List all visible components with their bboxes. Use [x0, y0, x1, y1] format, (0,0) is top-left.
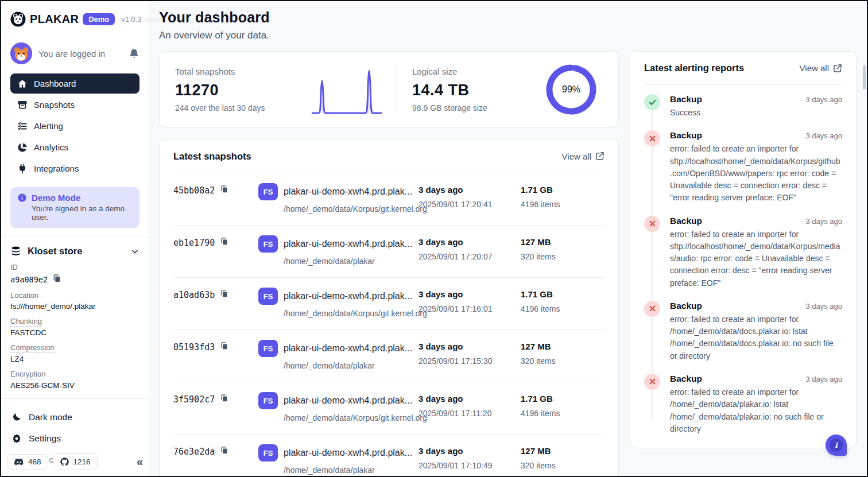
copy-icon[interactable] — [52, 274, 61, 285]
copy-icon[interactable] — [220, 289, 228, 300]
view-all-label: View all — [800, 63, 829, 73]
alert-age: 3 days ago — [805, 95, 842, 104]
demo-mode-notice: Demo Mode You're signed in as a demo use… — [10, 187, 140, 228]
github-badge[interactable]: 1216 — [53, 453, 98, 470]
store-location-value: fs:///home/_demo/.plakar — [10, 302, 140, 311]
scrollbar-thumb[interactable] — [863, 65, 866, 90]
avatar[interactable] — [10, 42, 32, 64]
external-link-icon — [595, 152, 604, 161]
kloset-store-title: Kloset store — [28, 246, 124, 257]
kloset-store-header[interactable]: Kloset store — [10, 246, 140, 257]
copy-icon[interactable] — [220, 342, 228, 352]
field-label: ID — [10, 263, 18, 272]
snapshot-id[interactable]: 76e3e2da — [173, 447, 215, 457]
alerts-timeline: Backup3 days ago Success Backup3 days ag… — [644, 85, 842, 435]
snapshot-id[interactable]: 05193fd3 — [173, 342, 215, 352]
snapshot-id[interactable]: 3f5902c7 — [173, 394, 215, 405]
dark-mode-toggle[interactable]: Dark mode — [10, 407, 140, 428]
error-x-icon — [644, 374, 660, 390]
alert-item[interactable]: Backup3 days ago error: failed to create… — [644, 130, 842, 204]
snapshots-view-all-link[interactable]: View all — [562, 152, 604, 161]
plakar-dashboard-window: PLAKAR Demo v1.0.3-devel You are logged … — [0, 0, 868, 477]
logical-size-label: Logical size — [412, 67, 537, 76]
snapshot-row[interactable]: 3f5902c7 FS plakar-ui-demo-xwh4.prd.plak… — [173, 382, 604, 434]
copy-icon[interactable] — [220, 185, 228, 196]
sidebar-item-integrations[interactable]: Integrations — [10, 158, 140, 179]
snapshot-row[interactable]: a10ad63b FS plakar-ui-demo-xwh4.prd.plak… — [173, 277, 604, 329]
alerts-card-title: Latest alerting reports — [644, 63, 744, 73]
alert-age: 3 days ago — [805, 217, 842, 226]
plakar-logo-icon — [10, 11, 26, 27]
sidebar-item-analytics[interactable]: Analytics — [10, 137, 140, 157]
sidebar-item-snapshots[interactable]: Snapshots — [10, 95, 140, 115]
dark-mode-label: Dark mode — [29, 412, 72, 422]
view-all-label: View all — [562, 152, 591, 161]
snapshot-path: /home/_demo/data/Korpus/git.kernel.org — [284, 204, 418, 214]
external-link-icon — [833, 64, 842, 73]
snapshot-id[interactable]: 45bb08a2 — [173, 185, 215, 196]
fs-type-badge[interactable]: FS — [258, 288, 278, 305]
snapshot-name[interactable]: plakar-ui-demo-xwh4.prd.plak... — [284, 291, 418, 301]
settings-label: Settings — [29, 433, 61, 444]
fs-type-badge[interactable]: FS — [258, 340, 278, 357]
latest-snapshots-card: Latest snapshots View all 45bb08a2 FS pl… — [159, 139, 619, 477]
bell-icon[interactable] — [129, 48, 140, 59]
fs-type-badge[interactable]: FS — [258, 183, 278, 200]
plug-icon — [17, 164, 28, 174]
alert-item[interactable]: Backup3 days ago error: failed to create… — [644, 216, 842, 289]
chevron-down-icon[interactable] — [130, 247, 140, 256]
total-snapshots-sub: 244 over the last 30 days — [175, 103, 312, 113]
snapshot-items: 4196 items — [521, 409, 604, 418]
total-snapshots-label: Total snapshots — [175, 67, 312, 76]
alert-item[interactable]: Backup3 days ago error: failed to create… — [644, 374, 842, 435]
snapshot-row[interactable]: 05193fd3 FS plakar-ui-demo-xwh4.prd.plak… — [173, 329, 604, 382]
field-label: Encryption — [10, 370, 45, 379]
snapshot-name[interactable]: plakar-ui-demo-xwh4.prd.plak... — [284, 343, 418, 354]
snapshot-row[interactable]: 45bb08a2 FS plakar-ui-demo-xwh4.prd.plak… — [173, 173, 604, 225]
field-label: Chunking — [10, 317, 42, 327]
help-info-button[interactable]: i — [826, 435, 847, 456]
snapshot-name[interactable]: plakar-ui-demo-xwh4.prd.plak... — [284, 239, 418, 249]
snapshot-name[interactable]: plakar-ui-demo-xwh4.prd.plak... — [284, 395, 418, 406]
fs-type-badge[interactable]: FS — [258, 235, 278, 253]
snapshot-id[interactable]: a10ad63b — [173, 290, 215, 300]
error-x-icon — [644, 301, 660, 317]
sidebar-bottom-bar: 468 1216 « — [7, 453, 142, 470]
sidebar-item-alerting[interactable]: Alerting — [10, 116, 140, 136]
snapshot-row[interactable]: 76e3e2da FS plakar-ui-demo-xwh4.prd.plak… — [173, 434, 604, 477]
fs-type-badge[interactable]: FS — [258, 392, 278, 409]
github-count: 1216 — [73, 457, 91, 466]
snapshot-name[interactable]: plakar-ui-demo-xwh4.prd.plak... — [284, 187, 418, 197]
snapshot-name[interactable]: plakar-ui-demo-xwh4.prd.plak... — [284, 448, 418, 458]
snapshot-datetime: 2025/09/01 17:16:01 — [418, 304, 521, 313]
alert-item[interactable]: Backup3 days ago Success — [644, 94, 842, 119]
snapshot-age: 3 days ago — [418, 340, 521, 351]
snapshot-age: 3 days ago — [418, 392, 521, 404]
alerts-view-all-link[interactable]: View all — [800, 63, 842, 73]
alert-item[interactable]: Backup3 days ago error: failed to create… — [644, 301, 842, 362]
alert-title: Backup — [670, 94, 702, 104]
snapshot-id[interactable]: eb1e1790 — [173, 238, 215, 248]
login-status: You are logged in — [38, 49, 122, 59]
snapshot-datetime: 2025/09/01 17:20:07 — [418, 252, 521, 261]
collapse-sidebar-icon[interactable]: « — [137, 455, 142, 468]
logical-size-sub: 98.9 GB storage size — [412, 103, 537, 113]
snapshot-size: 1.71 GB — [521, 183, 604, 195]
settings-button[interactable]: Settings — [10, 428, 140, 449]
alert-age: 3 days ago — [805, 375, 842, 383]
discord-badge[interactable]: 468 — [7, 454, 48, 470]
snapshot-size: 127 MB — [521, 340, 604, 351]
copy-icon[interactable] — [220, 237, 228, 248]
snapshots-card-title: Latest snapshots — [173, 151, 251, 162]
copy-icon[interactable] — [220, 446, 228, 457]
copy-icon[interactable] — [220, 394, 228, 405]
sidebar-nav: Dashboard Snapshots Alerting Analytics — [10, 73, 140, 179]
snapshot-row[interactable]: eb1e1790 FS plakar-ui-demo-xwh4.prd.plak… — [173, 225, 604, 277]
alert-message: error: failed to create an importer for … — [670, 313, 842, 362]
field-label: Compression — [10, 343, 55, 353]
sidebar-item-dashboard[interactable]: Dashboard — [10, 73, 140, 94]
fs-type-badge[interactable]: FS — [258, 444, 278, 462]
demo-badge: Demo — [83, 13, 115, 25]
snapshot-items: 4196 items — [521, 200, 604, 209]
user-row: You are logged in — [10, 42, 140, 64]
